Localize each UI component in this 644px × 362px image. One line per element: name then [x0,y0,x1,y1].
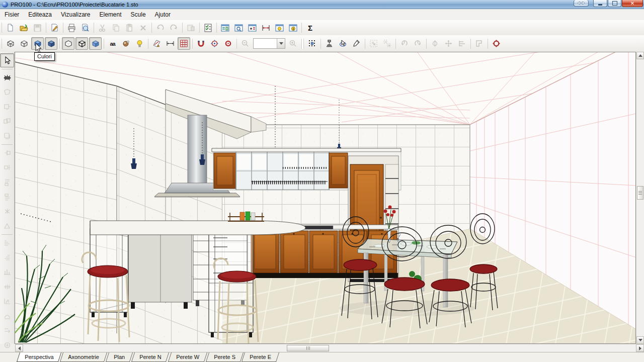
textures-view-button[interactable] [45,37,57,50]
horizontal-scroll-thumb[interactable] [287,345,329,351]
shading-button[interactable] [120,37,132,50]
sum-button[interactable]: Σ [304,22,316,34]
wall-cabinet-wood-right[interactable] [329,153,348,188]
sidebar-tool-9[interactable] [0,175,14,189]
dimension-lines-button[interactable] [164,37,177,50]
sketch-button[interactable] [150,37,163,50]
sidebar-tool-15[interactable] [0,265,14,279]
minimize-button[interactable] [593,0,607,7]
sidebar-tool-3[interactable] [0,85,14,99]
zoom-combobox[interactable] [253,38,285,49]
rotate-right-button[interactable] [412,37,424,50]
light-button[interactable] [133,37,146,50]
price-list-button[interactable] [202,22,214,34]
elevation-button[interactable] [473,37,486,50]
menu-scule[interactable]: Scule [126,10,150,20]
glass-wall-cabinets[interactable] [236,152,329,190]
tab-plan[interactable]: Plan [106,352,133,362]
zoom-out-button[interactable] [239,37,252,50]
tab-perete-e[interactable]: Perete E [242,352,279,362]
sidebar-tool-8[interactable] [0,160,14,174]
sidebar-tool-4[interactable] [0,100,14,114]
edges-button[interactable] [75,37,88,50]
pin-button[interactable] [323,37,336,50]
vertical-scroll-thumb[interactable] [637,186,643,200]
select-all-button[interactable] [306,37,318,50]
redo-button[interactable] [168,22,180,34]
move-button[interactable] [442,37,455,50]
menu-vizualizare[interactable]: Vizualizare [56,10,95,20]
sidebar-tool-5[interactable] [0,114,14,128]
tab-axonometrie[interactable]: Axonometrie [60,352,107,362]
maximize-button[interactable] [608,0,621,7]
rotate-button[interactable] [429,37,441,50]
design-canvas[interactable] [15,52,636,344]
corner-cabinet[interactable] [128,229,192,309]
close-button[interactable]: ✕ [622,0,643,7]
bar-countertop[interactable] [90,221,305,235]
object-settings-button[interactable] [246,22,259,34]
collision-button[interactable] [490,37,503,50]
scroll-right-button[interactable] [636,344,644,352]
tab-perete-s[interactable]: Perete S [205,352,243,362]
report-button[interactable] [219,22,231,34]
wireframe-view-button[interactable] [4,37,17,50]
group-button[interactable] [367,37,380,50]
select-tool-button[interactable] [0,53,14,67]
title-bar[interactable]: PRO100 - C:\Ecru\PRO100\Proiecte\Bucatar… [0,0,644,9]
sidebar-tool-10[interactable] [0,190,14,204]
open-button[interactable] [18,22,30,34]
sidebar-tool-12[interactable] [0,219,14,233]
print-button[interactable] [65,22,78,34]
combo-dropdown-icon[interactable] [277,39,285,48]
menu-ajutor[interactable]: Ajutor [150,10,175,20]
edit-document-button[interactable] [48,22,61,34]
sidebar-tool-7[interactable] [0,146,14,160]
sidebar-tool-11[interactable] [0,204,14,218]
cut-button[interactable] [96,22,109,34]
sidebar-tool-6[interactable] [0,129,14,143]
wall-cabinet-wood-left[interactable] [214,153,236,189]
select-mode-button[interactable] [337,37,349,50]
scroll-down-button[interactable] [636,336,644,344]
find-button[interactable] [232,22,245,34]
horizontal-scrollbar[interactable] [15,344,644,352]
copy-button[interactable] [110,22,122,34]
menu-element[interactable]: Element [95,10,126,20]
sidebar-tool-19[interactable] [0,323,14,337]
tab-perspectiva[interactable]: Perspectiva [17,352,62,362]
swap-button[interactable] [574,0,589,7]
sidebar-tool-17[interactable] [0,294,14,308]
sidebar-tool-13[interactable] [0,236,14,250]
hidden-line-view-button[interactable] [18,37,30,50]
contour-button[interactable] [62,37,74,50]
undo-button[interactable] [154,22,167,34]
properties-button[interactable] [185,22,197,34]
save-button[interactable] [31,22,44,34]
sidebar-tool-14[interactable] [0,250,14,264]
tab-perete-w[interactable]: Perete W [168,352,207,362]
snap-point-button[interactable] [222,37,234,50]
paste-button[interactable] [123,22,136,34]
magnet-button[interactable] [195,37,207,50]
sidebar-tool-20[interactable] [0,338,14,352]
dimensions-button[interactable] [260,22,272,34]
scroll-up-button[interactable] [636,52,644,59]
grid-button[interactable] [178,37,190,50]
sidebar-tool-18[interactable] [0,309,14,323]
tab-perete-n[interactable]: Perete N [131,352,170,362]
menu-fisier[interactable]: Fisier [0,10,24,20]
kitchen-scene[interactable] [15,52,636,344]
align-button[interactable] [456,37,468,50]
snap-center-button[interactable] [208,37,221,50]
faces-button[interactable] [89,37,102,50]
menu-editeaza[interactable]: Editeaza [24,10,56,20]
info-button[interactable]: i [287,22,299,34]
scroll-left-button[interactable] [15,344,23,352]
draw-mode-button[interactable] [350,37,363,50]
rotate-burst-tool-button[interactable] [0,70,14,84]
vertical-scrollbar[interactable] [636,52,644,344]
zoom-in-button[interactable] [287,37,299,50]
print-preview-button[interactable] [79,22,92,34]
ungroup-button[interactable] [381,37,393,50]
